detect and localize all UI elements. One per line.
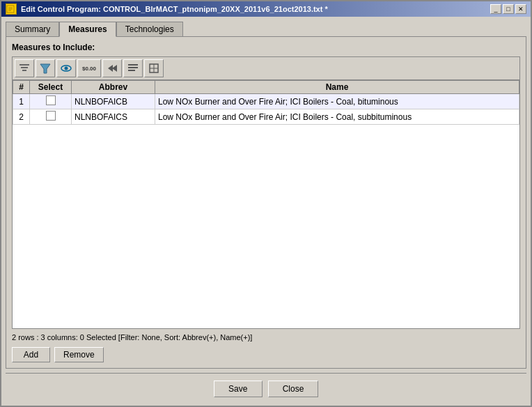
row-2-checkbox[interactable]	[46, 111, 56, 121]
funnel-button[interactable]	[36, 59, 55, 77]
svg-point-9	[65, 67, 68, 70]
row-1-select[interactable]	[30, 94, 72, 109]
svg-rect-5	[21, 67, 28, 68]
row-2-name: Low NOx Burner and Over Fire Air; ICI Bo…	[155, 109, 519, 125]
window-body: Summary Measures Technologies Measures t…	[1, 17, 531, 406]
col-header-select[interactable]: Select	[30, 81, 72, 94]
eye-button[interactable]	[56, 59, 76, 77]
close-button[interactable]: ✕	[515, 4, 526, 14]
tab-bar: Summary Measures Technologies	[6, 21, 526, 36]
main-window: Edit Control Program: CONTROL_BlrMACT_pt…	[0, 0, 532, 407]
tab-measures[interactable]: Measures	[59, 22, 116, 37]
measures-toolbar: $0.00	[12, 56, 520, 79]
footer-buttons: Save Close	[6, 381, 526, 401]
save-button[interactable]: Save	[214, 381, 263, 397]
table-row: 2 NLNBOFAICS Low NOx Burner and Over Fir…	[13, 109, 519, 125]
close-button[interactable]: Close	[268, 381, 319, 397]
bottom-buttons: Add Remove	[12, 347, 520, 362]
title-bar-left: Edit Control Program: CONTROL_BlrMACT_pt…	[6, 3, 328, 15]
row-1-num: 1	[13, 94, 30, 109]
box-button[interactable]	[144, 59, 164, 77]
row-1-name: Low NOx Burner and Over Fire Air; ICI Bo…	[155, 94, 519, 109]
svg-marker-7	[40, 64, 50, 73]
table-row: 1 NLNBOFAICB Low NOx Burner and Over Fir…	[13, 94, 519, 109]
svg-rect-14	[128, 70, 135, 71]
title-bar: Edit Control Program: CONTROL_BlrMACT_pt…	[1, 1, 531, 17]
tab-content-measures: Measures to Include:	[6, 36, 526, 369]
col-header-name[interactable]: Name	[155, 81, 519, 94]
row-1-checkbox[interactable]	[46, 95, 56, 105]
row-2-select[interactable]	[30, 109, 72, 125]
window-title: Edit Control Program: CONTROL_BlrMACT_pt…	[21, 5, 328, 13]
svg-rect-12	[128, 64, 138, 66]
row-1-abbrev: NLNBOFAICB	[72, 94, 155, 109]
col-header-abbrev[interactable]: Abbrev	[72, 81, 155, 94]
svg-marker-10	[108, 65, 113, 72]
measures-table-container: # Select Abbrev Name 1 NLNBOFAICB	[12, 79, 520, 329]
restore-button[interactable]: _	[490, 4, 501, 14]
row-2-num: 2	[13, 109, 30, 125]
tab-summary[interactable]: Summary	[6, 22, 59, 37]
list-button[interactable]	[123, 59, 143, 77]
add-button[interactable]: Add	[12, 347, 50, 362]
row-2-abbrev: NLNBOFAICS	[72, 109, 155, 125]
svg-rect-6	[22, 70, 26, 71]
svg-rect-4	[19, 64, 29, 66]
svg-marker-11	[112, 65, 117, 72]
section-label: Measures to Include:	[12, 43, 520, 52]
title-buttons: _ □ ✕	[490, 4, 526, 14]
maximize-button[interactable]: □	[503, 4, 514, 14]
col-header-num[interactable]: #	[13, 81, 30, 94]
svg-rect-13	[128, 67, 138, 68]
window-icon	[6, 3, 17, 15]
remove-button[interactable]: Remove	[54, 347, 104, 362]
cost-button[interactable]: $0.00	[77, 59, 101, 77]
rewind-button[interactable]	[102, 59, 122, 77]
tab-technologies[interactable]: Technologies	[116, 22, 183, 37]
footer-divider	[6, 373, 526, 374]
filter-button[interactable]	[15, 59, 34, 77]
measures-table: # Select Abbrev Name 1 NLNBOFAICB	[13, 80, 519, 125]
status-bar: 2 rows : 3 columns: 0 Selected [Filter: …	[12, 332, 520, 343]
